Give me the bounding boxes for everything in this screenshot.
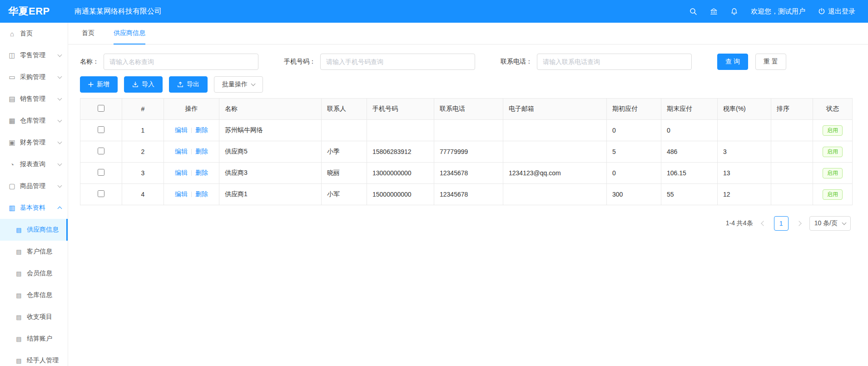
cell-mobile — [367, 120, 434, 141]
bell-icon[interactable] — [730, 8, 738, 15]
doc-icon: ▤ — [15, 270, 23, 277]
sidebar-item-finance[interactable]: ▣ 财务管理 — [0, 132, 68, 153]
cell-sort — [771, 184, 813, 205]
search-button[interactable]: 查 询 — [717, 54, 748, 70]
current-page[interactable]: 1 — [774, 216, 789, 231]
sidebar-item-label: 商品管理 — [20, 182, 45, 190]
export-icon — [177, 81, 184, 88]
delete-link[interactable]: 删除 — [195, 169, 208, 176]
sidebar-subitem-income-expense[interactable]: ▤ 收支项目 — [0, 306, 68, 328]
sidebar-subitem-label: 仓库信息 — [27, 291, 52, 299]
row-checkbox[interactable] — [98, 169, 104, 176]
power-icon — [818, 8, 825, 15]
sidebar-item-sales[interactable]: ▤ 销售管理 — [0, 88, 68, 110]
sidebar-subitem-customer[interactable]: ▤ 客户信息 — [0, 241, 68, 262]
search-icon[interactable] — [689, 8, 697, 15]
tab-supplier[interactable]: 供应商信息 — [114, 23, 145, 45]
sidebar-subitem-warehouse-info[interactable]: ▤ 仓库信息 — [0, 284, 68, 306]
content-area: 名称： 手机号码： 联系电话： 查 询 重 置 新增 — [68, 45, 868, 231]
sidebar-subitem-label: 供应商信息 — [27, 226, 59, 234]
sidebar-item-home[interactable]: ⌂ 首页 — [0, 23, 68, 45]
add-button[interactable]: 新增 — [80, 76, 118, 93]
row-checkbox[interactable] — [98, 190, 104, 197]
sidebar-subitem-settlement-account[interactable]: ▤ 结算账户 — [0, 328, 68, 350]
sidebar-item-base[interactable]: ▥ 基本资料 — [0, 197, 68, 219]
pagination-total: 1-4 共4条 — [726, 219, 753, 228]
cell-closing-payable: 486 — [661, 141, 718, 163]
column-header: 期末应付 — [661, 99, 718, 120]
sidebar-menu: ⌂ 首页 ◫ 零售管理 ▭ 采购管理 ▤ 销售管理 ▦ 仓库管理 ▣ 财务管理 … — [0, 23, 68, 366]
export-button[interactable]: 导出 — [169, 76, 208, 93]
prev-page-button[interactable] — [759, 216, 769, 231]
cell-email: 1234123@qq.com — [503, 163, 607, 184]
platform-icon[interactable] — [710, 8, 718, 15]
retail-icon: ◫ — [8, 51, 16, 59]
sidebar-item-retail[interactable]: ◫ 零售管理 — [0, 45, 68, 66]
status-badge: 启用 — [823, 168, 843, 178]
sidebar-item-purchase[interactable]: ▭ 采购管理 — [0, 66, 68, 88]
chevron-left-icon — [761, 221, 766, 226]
import-button-label: 导入 — [142, 80, 154, 89]
edit-link[interactable]: 编辑 — [175, 126, 188, 134]
sidebar-item-goods[interactable]: ▢ 商品管理 — [0, 175, 68, 197]
cell-operations: 编辑删除 — [164, 163, 219, 184]
pagination: 1-4 共4条 1 10 条/页 — [80, 216, 853, 231]
sidebar-item-report[interactable]: ◔ 报表查询 — [0, 153, 68, 175]
sidebar-item-warehouse[interactable]: ▦ 仓库管理 — [0, 110, 68, 132]
supplier-table: #操作名称联系人手机号码联系电话电子邮箱期初应付期末应付税率(%)排序状态 1 … — [80, 98, 853, 205]
delete-link[interactable]: 删除 — [195, 190, 208, 198]
page-size-select[interactable]: 10 条/页 — [809, 216, 851, 231]
cell-status: 启用 — [813, 184, 853, 205]
delete-link[interactable]: 删除 — [195, 126, 208, 134]
column-header: 联系电话 — [434, 99, 503, 120]
column-header: 联系人 — [322, 99, 367, 120]
sidebar: ⌂ 首页 ◫ 零售管理 ▭ 采购管理 ▤ 销售管理 ▦ 仓库管理 ▣ 财务管理 … — [0, 23, 68, 366]
sidebar-item-label: 采购管理 — [20, 73, 45, 81]
chevron-icon — [58, 207, 62, 211]
sidebar-subitem-handler[interactable]: ▤ 经手人管理 — [0, 350, 68, 366]
mobile-filter-input[interactable] — [320, 54, 475, 70]
main-panel: 首页 供应商信息 名称： 手机号码： 联系电话： 查 询 重 置 — [68, 23, 868, 366]
cell-mobile: 15000000000 — [367, 184, 434, 205]
reset-button[interactable]: 重 置 — [755, 54, 786, 70]
row-checkbox[interactable] — [98, 148, 104, 154]
delete-link[interactable]: 删除 — [195, 148, 208, 155]
cell-contact — [322, 120, 367, 141]
cell-telephone: 77779999 — [434, 141, 503, 163]
doc-icon: ▤ — [15, 248, 23, 255]
logout-button[interactable]: 退出登录 — [818, 7, 855, 16]
sidebar-subitem-supplier[interactable]: ▤ 供应商信息 — [0, 219, 68, 241]
cell-operations: 编辑删除 — [164, 141, 219, 163]
table-container: #操作名称联系人手机号码联系电话电子邮箱期初应付期末应付税率(%)排序状态 1 … — [80, 98, 853, 205]
import-button[interactable]: 导入 — [124, 76, 163, 93]
select-all-checkbox[interactable] — [98, 105, 104, 112]
next-page-button[interactable] — [794, 216, 804, 231]
edit-link[interactable]: 编辑 — [175, 148, 188, 155]
name-filter-input[interactable] — [104, 54, 258, 70]
sidebar-subitem-label: 客户信息 — [27, 247, 52, 256]
app-logo[interactable]: 华夏ERP — [0, 5, 68, 18]
cell-index: 2 — [122, 141, 164, 163]
cell-opening-payable: 0 — [607, 163, 661, 184]
cell-closing-payable: 106.15 — [661, 163, 718, 184]
column-header: 手机号码 — [367, 99, 434, 120]
edit-link[interactable]: 编辑 — [175, 169, 188, 176]
sidebar-subitem-member[interactable]: ▤ 会员信息 — [0, 262, 68, 284]
column-header: 名称 — [219, 99, 322, 120]
tab-home[interactable]: 首页 — [82, 23, 94, 45]
sidebar-item-label: 零售管理 — [20, 51, 45, 59]
purchase-icon: ▭ — [8, 73, 16, 81]
column-header: 税率(%) — [718, 99, 771, 120]
cell-contact: 小季 — [322, 141, 367, 163]
batch-operation-button[interactable]: 批量操作 — [214, 76, 263, 93]
sidebar-subitem-label: 经手人管理 — [27, 356, 59, 365]
sidebar-item-label: 财务管理 — [20, 138, 45, 147]
cell-operations: 编辑删除 — [164, 120, 219, 141]
row-checkbox[interactable] — [98, 126, 104, 133]
telephone-filter-input[interactable] — [537, 54, 692, 70]
cell-contact: 小军 — [322, 184, 367, 205]
home-icon: ⌂ — [8, 30, 16, 38]
main-layout: ⌂ 首页 ◫ 零售管理 ▭ 采购管理 ▤ 销售管理 ▦ 仓库管理 ▣ 财务管理 … — [0, 23, 868, 366]
chevron-icon — [58, 162, 62, 166]
edit-link[interactable]: 编辑 — [175, 190, 188, 198]
